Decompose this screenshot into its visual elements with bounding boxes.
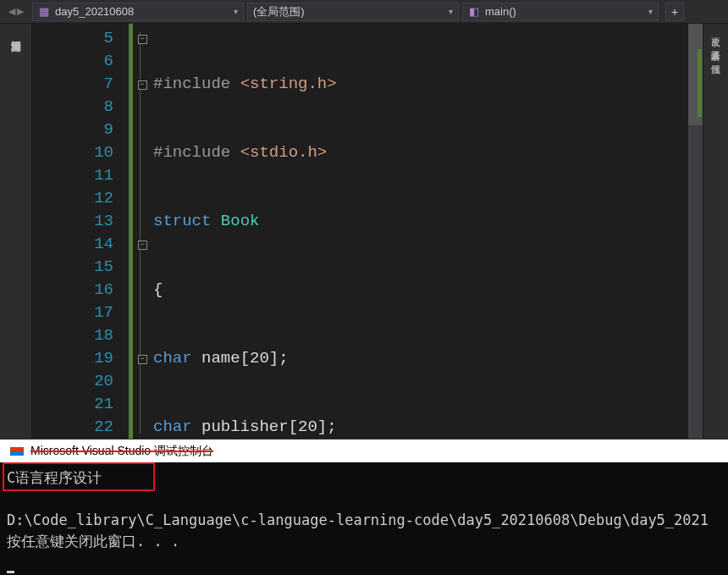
changes-tab[interactable]: 更改 [709, 24, 722, 37]
function-name: main() [485, 5, 516, 18]
code-content[interactable]: #include <string.h> #include <stdio.h> s… [152, 24, 703, 439]
breadcrumb-bar: ◀ ▶ ▦ day5_20210608 ▾ (全局范围) ▾ ◧ main() … [0, 0, 728, 24]
console-prompt: 按任意键关闭此窗口. . . [7, 533, 179, 550]
console-path: D:\Code_library\C_Language\c-language-le… [7, 511, 709, 528]
solution-explorer-tab[interactable]: 解决方案资源管理器 [8, 24, 24, 42]
properties-tab[interactable]: 属性 [709, 51, 722, 64]
fold-box-icon[interactable]: − [138, 80, 147, 90]
chevron-down-icon: ▾ [442, 7, 453, 16]
add-button[interactable]: + [665, 3, 684, 21]
nav-fwd-icon[interactable]: ▶ [17, 6, 24, 17]
console-title-text: Microsoft Visual Studio 调试控制台 [30, 444, 213, 459]
console-cursor [7, 571, 14, 573]
code-editor[interactable]: 567 8910 111213 141516 1718 192021 22 − … [32, 24, 703, 439]
cpp-project-icon: ▦ [38, 6, 50, 18]
chevron-down-icon: ▾ [227, 7, 238, 16]
right-tool-rail: 更改 诊断工具 属性 [703, 24, 728, 439]
line-number-gutter: 567 8910 111213 141516 1718 192021 22 [32, 24, 129, 439]
scope-label: (全局范围) [253, 4, 305, 19]
nav-back-icon[interactable]: ◀ [8, 6, 15, 17]
chevron-down-icon: ▾ [642, 7, 653, 16]
fold-margin: − − − − [133, 24, 152, 439]
project-selector[interactable]: ▦ day5_20210608 ▾ [32, 3, 244, 21]
function-selector[interactable]: ◧ main() ▾ [462, 3, 659, 21]
fold-box-icon[interactable]: − [138, 355, 147, 364]
scope-selector[interactable]: (全局范围) ▾ [247, 3, 459, 21]
project-name: day5_20210608 [55, 5, 134, 18]
overview-marker [698, 49, 702, 117]
diagnostics-tab[interactable]: 诊断工具 [709, 37, 722, 51]
debug-console[interactable]: C语言程序设计 D:\Code_library\C_Language\c-lan… [0, 462, 728, 575]
editor-scrollbar[interactable] [688, 24, 703, 439]
left-tool-rail: 解决方案资源管理器 [0, 24, 32, 439]
vs-console-icon [10, 445, 24, 457]
function-icon: ◧ [468, 6, 480, 18]
fold-box-icon[interactable]: − [138, 241, 147, 250]
console-title-bar: Microsoft Visual Studio 调试控制台 [0, 440, 728, 462]
fold-box-icon[interactable]: − [138, 35, 147, 44]
console-output: C语言程序设计 [7, 469, 102, 486]
